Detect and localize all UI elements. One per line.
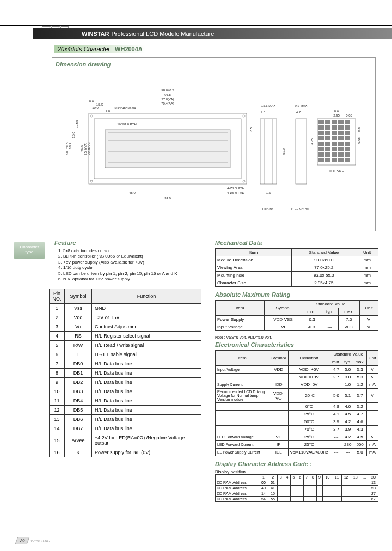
svg-text:9.3 MAX: 9.3 MAX: [295, 104, 307, 107]
table-row: 11DB4H/L Data bus line: [50, 396, 201, 406]
svg-rect-67: [325, 142, 330, 146]
pin-th-function: Function: [92, 289, 201, 304]
svg-text:0.05: 0.05: [346, 114, 352, 117]
svg-text:96.8: 96.8: [164, 93, 171, 96]
svg-text:4.7: 4.7: [296, 111, 301, 114]
svg-text:18.3: 18.3: [69, 143, 72, 149]
feature-item: 1/16 duty cycle: [63, 265, 196, 271]
table-row: LED Forward VoltageVF25°C---4.24.5V: [216, 433, 378, 441]
svg-rect-73: [332, 147, 337, 151]
svg-rect-68: [332, 142, 337, 146]
feature-item: 5x8 dots includes cursor: [63, 248, 196, 254]
svg-text:13.6 MAX: 13.6 MAX: [261, 104, 275, 107]
svg-rect-70: [345, 142, 350, 146]
header-bar: WINSTAR Professional LCD Module Manufact…: [33, 28, 392, 39]
svg-rect-47: [325, 120, 330, 124]
svg-rect-84: [338, 158, 344, 162]
svg-text:15.0: 15.0: [72, 132, 75, 138]
table-row: Input VoltageVI-0.3---VDDV: [216, 323, 378, 331]
feature-list: 5x8 dots includes cursorBuilt-in control…: [63, 248, 196, 282]
svg-rect-80: [345, 152, 350, 157]
table-row: 12345678910111213…20: [216, 475, 378, 480]
svg-rect-82: [325, 158, 330, 162]
svg-rect-58: [332, 131, 337, 135]
character-type-badge: Character type: [14, 242, 45, 259]
page-number: 29 WINSTAR: [16, 537, 50, 544]
svg-point-8: [243, 115, 245, 117]
table-row: LED Forward CurrentIF25°C---280560mA: [216, 441, 378, 449]
svg-point-9: [90, 180, 93, 182]
svg-text:20.8(AA): 20.8(AA): [87, 142, 90, 155]
svg-text:60.0±0.5: 60.0±0.5: [65, 142, 69, 155]
svg-rect-75: [345, 147, 350, 151]
table-row: 16KPower supply for B/L (0V): [50, 448, 201, 457]
table-row: DD RAM Address000113: [216, 480, 378, 486]
table-row: Power SupplyVDD-VSS-0.3---7.0V: [216, 316, 378, 323]
table-row: Recommended LCD Driving Voltage for Norm…: [216, 389, 378, 403]
table-row: 8DB1H/L Data bus line: [50, 369, 201, 378]
pin-th-no: Pin NO.: [50, 289, 65, 304]
table-row: VDD=+3V2.73.05.3V: [216, 374, 378, 381]
svg-rect-32: [260, 119, 277, 184]
svg-rect-71: [318, 147, 324, 151]
svg-rect-56: [318, 131, 324, 135]
feature-item: +5V power supply (Also available for +3V…: [63, 260, 196, 265]
svg-text:0.6: 0.6: [89, 100, 94, 103]
svg-text:2.5: 2.5: [249, 127, 253, 132]
abs-note: Note : VSS=0 Volt, VDD=5.0 Volt.: [215, 335, 378, 339]
table-row: 3VoContrast Adjustment: [50, 322, 201, 332]
table-row: DD RAM Address141527: [216, 491, 378, 497]
svg-rect-62: [325, 136, 330, 140]
svg-rect-46: [318, 120, 324, 124]
svg-text:4-Ø5.0 PAD: 4-Ø5.0 PAD: [227, 191, 245, 194]
svg-text:53.0: 53.0: [282, 148, 285, 155]
table-row: 50°C3.94.24.6: [216, 418, 378, 426]
table-row: DD RAM Address545567: [216, 497, 378, 502]
mech-table: Item Standard Value Unit Module Dimensio…: [215, 248, 378, 287]
svg-text:0.6: 0.6: [357, 127, 360, 132]
table-row: 70°C3.73.94.3: [216, 426, 378, 433]
svg-rect-72: [325, 147, 330, 151]
mech-title: Mechanical Data: [215, 240, 378, 246]
table-row: 25°C4.14.54.7: [216, 411, 378, 418]
svg-text:2.95: 2.95: [333, 114, 340, 117]
svg-rect-50: [345, 120, 350, 124]
table-row: 4RSH/L Register select signal: [50, 332, 201, 341]
svg-rect-61: [318, 136, 324, 140]
table-row: Module Dimension98.0x60.0mm: [216, 256, 378, 264]
svg-text:EL or NC B/L: EL or NC B/L: [290, 207, 310, 211]
svg-text:70.4(AA): 70.4(AA): [161, 102, 174, 105]
addr-table: 12345678910111213…20DD RAM Address000113…: [215, 474, 378, 502]
table-row: 5R/WH/L Read / write signal: [50, 341, 201, 350]
table-row: Supply CurrentIDDVDD=5V---1.01.2mA: [216, 381, 378, 389]
pin-th-symbol: Symbol: [65, 289, 92, 304]
svg-point-7: [90, 115, 93, 117]
svg-rect-63: [332, 136, 337, 140]
subheader: 20x4dots Character WH2004A: [54, 45, 146, 53]
svg-text:0.6: 0.6: [334, 109, 339, 113]
svg-rect-59: [338, 131, 344, 135]
table-row: Mounting hole93.0x 55.0mm: [216, 272, 378, 279]
svg-text:4-Ø2.5 PTH: 4-Ø2.5 PTH: [226, 187, 244, 190]
spec: 20x4dots Character: [58, 46, 110, 52]
brand-text: WINSTAR: [82, 30, 109, 37]
feature-item: LED can be driven by pin 1, pin 2, pin 1…: [63, 271, 196, 277]
model: WH2004A: [115, 46, 143, 52]
tagline: Professional LCD Module Manufacture: [112, 30, 215, 37]
svg-rect-85: [345, 158, 350, 162]
svg-text:1.6: 1.6: [266, 191, 271, 194]
svg-rect-83: [332, 158, 337, 162]
elec-title: Electronical Characteristics: [215, 341, 378, 348]
table-row: 9DB2H/L Data bus line: [50, 378, 201, 387]
svg-rect-51: [318, 125, 324, 130]
table-row: 6EH→L Enable signal: [50, 350, 201, 359]
table-row: 2Vdd+3V or +5V: [50, 313, 201, 322]
svg-rect-38: [296, 119, 307, 184]
dimension-title: Dimension drawing: [56, 61, 372, 68]
svg-rect-64: [338, 136, 344, 140]
table-row: EL Power Supply CurrentIELVel=110VAC/400…: [216, 449, 378, 456]
svg-rect-2: [105, 130, 230, 168]
svg-rect-78: [332, 152, 337, 157]
abs-table: Item Symbol Standard Value Unit min. typ…: [215, 300, 378, 331]
abs-title: Absolute Maximum Rating: [215, 291, 378, 298]
